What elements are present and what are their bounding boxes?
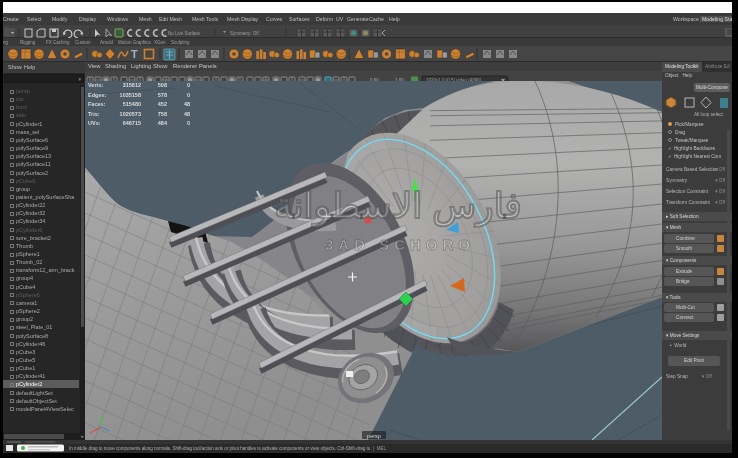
svg-text:646715: 646715	[123, 120, 141, 126]
svg-text:578: 578	[158, 92, 167, 98]
svg-text:Edges:: Edges:	[88, 92, 107, 98]
svg-text:452: 452	[158, 101, 167, 107]
svg-text:0: 0	[187, 82, 190, 88]
svg-text:persp: persp	[367, 433, 381, 439]
svg-text:515480: 515480	[123, 101, 141, 107]
svg-text:3AD SCHORO: 3AD SCHORO	[325, 236, 475, 253]
svg-text:0: 0	[187, 92, 190, 98]
svg-text:508: 508	[158, 82, 167, 88]
svg-text:No Live Surface: No Live Surface	[168, 31, 201, 36]
svg-text:Verts:: Verts:	[88, 82, 103, 88]
svg-text:1035158: 1035158	[120, 92, 141, 98]
svg-text:48: 48	[184, 101, 190, 107]
svg-text:UVs:: UVs:	[88, 120, 101, 126]
svg-text:484: 484	[158, 120, 168, 126]
svg-text:فارس الاسطوانة: فارس الاسطوانة	[274, 185, 522, 228]
svg-text:1020573: 1020573	[120, 111, 141, 117]
svg-text:T: T	[131, 48, 138, 60]
svg-text:Symmetry: Off: Symmetry: Off	[230, 31, 259, 36]
svg-text:0: 0	[187, 120, 190, 126]
svg-text:Tris:: Tris:	[88, 111, 100, 117]
svg-text:48: 48	[184, 111, 190, 117]
svg-text:758: 758	[158, 111, 167, 117]
svg-text:315812: 315812	[123, 82, 141, 88]
svg-text:Faces:: Faces:	[88, 101, 106, 107]
